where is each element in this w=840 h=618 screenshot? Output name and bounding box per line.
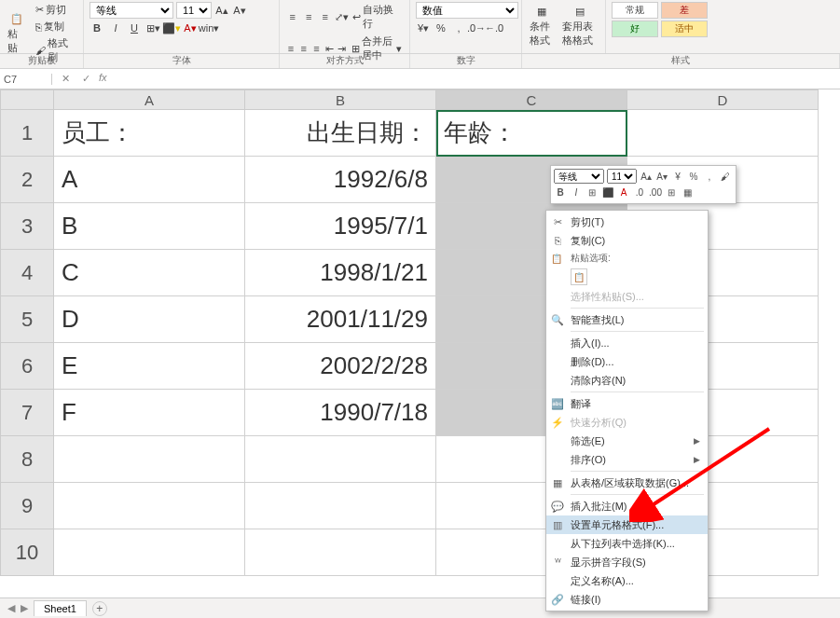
cell-b8[interactable] <box>245 436 436 483</box>
cell-c1[interactable]: 年龄： <box>436 110 627 157</box>
col-head-a[interactable]: A <box>54 89 245 110</box>
ctx-link[interactable]: 🔗链接(I) <box>546 590 708 609</box>
cell-b7[interactable]: 1990/7/18 <box>245 390 436 436</box>
sheet-tab[interactable]: Sheet1 <box>34 600 87 616</box>
enter-icon[interactable]: ✓ <box>78 72 93 87</box>
border-button[interactable]: ⊞▾ <box>145 21 160 35</box>
mini-currency-icon[interactable]: ¥ <box>671 170 684 183</box>
cell-a1[interactable]: 员工： <box>54 110 245 157</box>
cell-b10[interactable] <box>245 529 436 576</box>
increase-font-icon[interactable]: A▴ <box>214 3 229 18</box>
row-head-2[interactable]: 2 <box>0 157 54 203</box>
ctx-define-name[interactable]: 定义名称(A)... <box>546 571 708 590</box>
ctx-format-cells[interactable]: ▥设置单元格格式(F)... <box>546 515 708 534</box>
font-name-select[interactable]: 等线 <box>90 2 173 19</box>
row-head-5[interactable]: 5 <box>0 296 54 343</box>
ctx-clear[interactable]: 清除内容(N) <box>546 371 708 390</box>
underline-button[interactable]: U <box>127 21 142 35</box>
mini-dec-dec-icon[interactable]: .00 <box>649 185 662 199</box>
cell-a7[interactable]: F <box>54 390 245 436</box>
mini-fill-icon[interactable]: ⬛ <box>601 185 614 199</box>
col-head-d[interactable]: D <box>627 89 819 110</box>
mini-inc-dec-icon[interactable]: .0 <box>633 185 646 199</box>
paste-button[interactable]: 📋 粘贴 <box>6 12 29 56</box>
italic-button[interactable]: I <box>108 21 123 35</box>
ctx-smart-lookup[interactable]: 🔍智能查找(L) <box>546 310 708 329</box>
cell-a3[interactable]: B <box>54 203 245 250</box>
cell-a9[interactable] <box>54 483 245 529</box>
row-head-6[interactable]: 6 <box>0 343 54 390</box>
orientation-icon[interactable]: ⤢▾ <box>334 9 348 24</box>
row-head-4[interactable]: 4 <box>0 250 54 296</box>
paste-option-1[interactable]: 📋 <box>571 268 587 285</box>
cell-b2[interactable]: 1992/6/8 <box>245 157 436 203</box>
phonetic-button[interactable]: win▾ <box>201 21 216 35</box>
decrease-font-icon[interactable]: A▾ <box>232 3 247 18</box>
ctx-sort[interactable]: 排序(O)▶ <box>546 450 708 469</box>
cell-b3[interactable]: 1995/7/1 <box>245 203 436 250</box>
font-color-button[interactable]: A▾ <box>183 21 198 35</box>
comma-icon[interactable]: , <box>451 21 466 35</box>
align-bot-icon[interactable]: ≡ <box>318 9 332 24</box>
cell-d1[interactable] <box>627 110 819 157</box>
col-head-b[interactable]: B <box>245 89 436 110</box>
cond-format-button[interactable]: ▦条件格式 <box>528 5 556 48</box>
ctx-cut[interactable]: ✂剪切(T) <box>546 213 708 231</box>
cell-a10[interactable] <box>54 529 245 576</box>
mini-percent-icon[interactable]: % <box>687 170 700 183</box>
percent-icon[interactable]: % <box>434 21 448 35</box>
cell-a4[interactable]: C <box>54 250 245 296</box>
mini-dec-font-icon[interactable]: A▾ <box>655 170 668 183</box>
wrap-text-button[interactable]: ↩自动换行 <box>351 2 404 32</box>
name-box[interactable]: C7 <box>0 74 52 85</box>
cell-a8[interactable] <box>54 436 245 483</box>
currency-icon[interactable]: ¥▾ <box>416 21 431 35</box>
mini-size-select[interactable]: 11 <box>607 169 637 184</box>
ctx-insert-comment[interactable]: 💬插入批注(M) <box>546 497 708 515</box>
mini-fontcolor-icon[interactable]: A <box>617 185 630 199</box>
ctx-phonetic[interactable]: ᵂ显示拼音字段(S) <box>546 553 708 571</box>
cell-style-neutral[interactable]: 适中 <box>661 21 708 37</box>
sheet-nav-prev[interactable]: ◀ <box>7 602 15 614</box>
ctx-copy[interactable]: ⎘复制(C) <box>546 231 708 250</box>
col-head-c[interactable]: C <box>436 89 627 110</box>
cell-style-normal[interactable]: 常规 <box>612 2 658 19</box>
row-head-9[interactable]: 9 <box>0 483 54 529</box>
mini-italic-icon[interactable]: I <box>570 185 583 199</box>
align-mid-icon[interactable]: ≡ <box>301 9 315 24</box>
mini-cond-icon[interactable]: ▦ <box>681 185 694 199</box>
cell-b4[interactable]: 1998/1/21 <box>245 250 436 296</box>
cell-b5[interactable]: 2001/11/29 <box>245 296 436 343</box>
mini-border-icon[interactable]: ⊞ <box>585 185 599 199</box>
mini-brush-icon[interactable]: 🖌 <box>719 170 732 183</box>
cell-b1[interactable]: 出生日期： <box>245 110 436 157</box>
ctx-pick-list[interactable]: 从下拉列表中选择(K)... <box>546 534 708 553</box>
cell-b6[interactable]: 2002/2/28 <box>245 343 436 390</box>
ctx-delete[interactable]: 删除(D)... <box>546 352 708 371</box>
fx-icon[interactable]: fx <box>99 72 111 87</box>
sheet-nav-next[interactable]: ▶ <box>21 602 28 614</box>
cell-b9[interactable] <box>245 483 436 529</box>
mini-font-select[interactable]: 等线 <box>554 169 604 184</box>
row-head-1[interactable]: 1 <box>0 110 54 157</box>
fill-color-button[interactable]: ⬛▾ <box>164 21 179 35</box>
row-head-3[interactable]: 3 <box>0 203 54 250</box>
cell-a6[interactable]: E <box>54 343 245 390</box>
mini-comma-icon[interactable]: , <box>703 170 716 183</box>
add-sheet-button[interactable]: + <box>92 601 107 616</box>
cell-style-good[interactable]: 好 <box>612 21 658 37</box>
table-format-button[interactable]: ▤套用表格格式 <box>560 5 599 48</box>
row-head-10[interactable]: 10 <box>0 529 54 576</box>
cut-button[interactable]: ✂剪切 <box>34 2 77 18</box>
inc-decimal-icon[interactable]: .0→ <box>469 21 484 35</box>
row-head-7[interactable]: 7 <box>0 390 54 436</box>
cell-a2[interactable]: A <box>54 157 245 203</box>
row-head-8[interactable]: 8 <box>0 436 54 483</box>
cell-style-bad[interactable]: 差 <box>661 2 708 19</box>
cell-a5[interactable]: D <box>54 296 245 343</box>
align-top-icon[interactable]: ≡ <box>285 9 299 24</box>
number-format-select[interactable]: 数值 <box>416 2 518 19</box>
bold-button[interactable]: B <box>90 21 104 35</box>
copy-button[interactable]: ⎘复制 <box>34 19 77 34</box>
mini-merge-icon[interactable]: ⊞ <box>665 185 678 199</box>
